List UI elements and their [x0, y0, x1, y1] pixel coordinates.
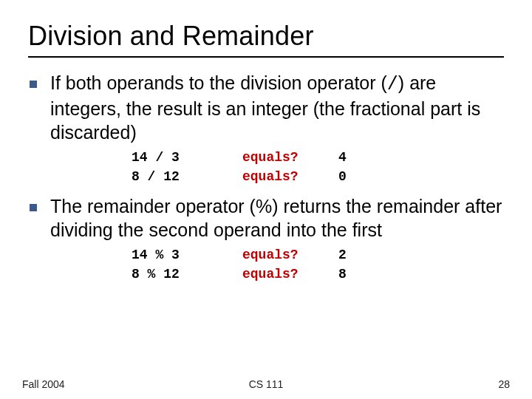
footer-course: CS 111 — [185, 378, 347, 390]
example-answer: 0 — [338, 169, 368, 184]
example-equals: equals? — [242, 169, 338, 184]
slide: Division and Remainder If both operands … — [0, 0, 532, 282]
example-row: 8 / 12 equals? 0 — [132, 169, 504, 184]
footer-term: Fall 2004 — [0, 378, 185, 390]
example-equals: equals? — [242, 267, 338, 282]
bullet1-pre: If both operands to the division operato… — [50, 72, 387, 93]
bullet-text-1: If both operands to the division operato… — [50, 71, 504, 144]
example-expr: 14 % 3 — [132, 248, 242, 262]
bullet-text-2: The remainder operator (%) returns the r… — [50, 194, 504, 242]
example-answer: 8 — [338, 267, 368, 282]
example-expr: 14 / 3 — [132, 150, 242, 165]
bullet-icon — [30, 204, 37, 211]
example-row: 14 % 3 equals? 2 — [132, 248, 504, 262]
example-row: 14 / 3 equals? 4 — [132, 150, 504, 165]
footer-page-number: 28 — [347, 378, 532, 390]
slide-title: Division and Remainder — [28, 21, 504, 52]
bullet-item-2: The remainder operator (%) returns the r… — [28, 194, 504, 242]
bullet-item-1: If both operands to the division operato… — [28, 71, 504, 144]
example-expr: 8 / 12 — [132, 169, 242, 184]
example-answer: 2 — [338, 248, 368, 262]
example-equals: equals? — [242, 150, 338, 165]
example-row: 8 % 12 equals? 8 — [132, 267, 504, 282]
bullet-icon — [30, 81, 37, 88]
example-expr: 8 % 12 — [132, 267, 242, 282]
title-divider — [28, 56, 504, 58]
slide-footer: Fall 2004 CS 111 28 — [0, 378, 532, 390]
example-answer: 4 — [338, 150, 368, 165]
examples-block-1: 14 / 3 equals? 4 8 / 12 equals? 0 — [132, 150, 504, 184]
division-operator: / — [387, 74, 398, 95]
example-equals: equals? — [242, 248, 338, 262]
examples-block-2: 14 % 3 equals? 2 8 % 12 equals? 8 — [132, 248, 504, 282]
